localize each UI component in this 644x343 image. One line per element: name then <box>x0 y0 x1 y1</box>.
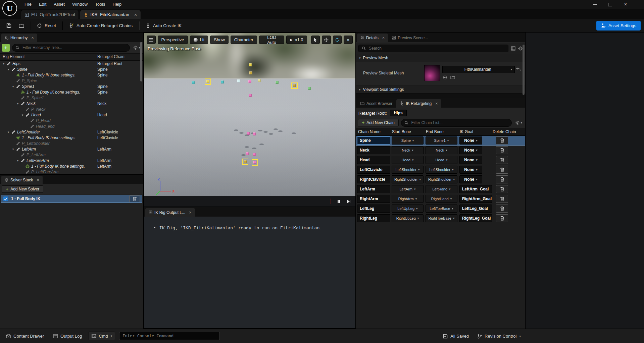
details-search-input[interactable] <box>368 46 505 51</box>
hierarchy-row[interactable]: ▾ Head_end <box>0 123 143 129</box>
end-bone-dropdown[interactable]: LeftShoulder ▾ <box>426 166 457 174</box>
mocap-marker[interactable] <box>253 161 256 164</box>
close-icon[interactable]: × <box>134 12 137 17</box>
expand-arrow-icon[interactable]: ▾ <box>16 102 19 105</box>
hierarchy-row[interactable]: ▾ Hips Retarget Root <box>0 61 143 66</box>
column-delete-chain[interactable]: Delete Chain <box>493 129 516 134</box>
solver-enabled-checkbox[interactable] <box>3 196 8 201</box>
hierarchy-row[interactable]: ▾ 1 - Full Body IK bone settings. LeftAr… <box>0 163 143 169</box>
tab-solver-stack[interactable]: Solver Stack × <box>1 176 43 184</box>
reset-to-default-button[interactable] <box>516 67 521 71</box>
content-drawer-button[interactable]: Content Drawer <box>3 331 47 341</box>
start-bone-dropdown[interactable]: LeftUpLeg ▾ <box>392 205 424 213</box>
mocap-marker[interactable] <box>308 87 311 90</box>
close-icon[interactable]: × <box>623 2 628 7</box>
hierarchy-row[interactable]: ▾ P_LeftShoulder <box>0 140 143 146</box>
pause-button[interactable] <box>337 199 341 204</box>
chain-name-cell[interactable]: Spine <box>357 136 390 145</box>
mocap-marker[interactable] <box>244 160 247 163</box>
end-bone-dropdown[interactable]: Head ▾ <box>426 156 457 164</box>
tab-eu-optitrack2uetool[interactable]: EU_OptiTrack2UETool <box>21 10 79 19</box>
ik-goal-cell[interactable]: None ▾ <box>459 175 482 183</box>
mocap-marker[interactable] <box>206 80 209 83</box>
mocap-marker[interactable] <box>276 81 279 84</box>
delete-chain-button[interactable] <box>496 156 508 164</box>
all-saved-button[interactable]: All Saved <box>440 331 472 341</box>
maximize-icon[interactable] <box>608 2 612 7</box>
dock-splitter[interactable] <box>356 94 525 98</box>
ik-goal-cell[interactable]: LeftLeg_Goal <box>459 205 492 213</box>
ik-goal-cell[interactable]: LeftArm_Goal <box>459 185 492 193</box>
mocap-marker[interactable] <box>246 152 249 155</box>
start-bone-dropdown[interactable]: RightShoulder ▾ <box>392 175 424 183</box>
column-end-bone[interactable]: End Bone <box>426 129 444 134</box>
chain-filter-input[interactable] <box>411 120 509 125</box>
mocap-marker[interactable] <box>249 71 252 74</box>
hierarchy-row[interactable]: ▾ P_Spine <box>0 78 143 83</box>
hierarchy-row[interactable]: ▾ Head Head <box>0 112 143 118</box>
more-tools-button[interactable]: » <box>344 36 353 44</box>
chain-name-cell[interactable]: Head <box>357 156 390 164</box>
mocap-marker[interactable] <box>293 84 296 87</box>
ik-goal-cell[interactable]: None ▾ <box>459 146 482 154</box>
hierarchy-scrollbar[interactable] <box>140 42 142 81</box>
browse-to-asset-button[interactable] <box>450 75 455 79</box>
chain-name-cell[interactable]: Neck <box>357 146 390 154</box>
delete-chain-button[interactable] <box>496 195 508 203</box>
menu-edit[interactable]: Edit <box>35 0 50 9</box>
select-tool-button[interactable] <box>311 36 320 44</box>
tab-ikr-fitrikalimantan[interactable]: IKR_FitriKalimantan × <box>80 10 141 19</box>
start-bone-dropdown[interactable]: LeftShoulder ▾ <box>392 166 424 174</box>
column-ik-goal[interactable]: IK Goal <box>460 129 473 134</box>
minimize-icon[interactable] <box>592 2 597 7</box>
tab-details[interactable]: Details × <box>357 34 388 42</box>
expand-arrow-icon[interactable]: ▾ <box>16 159 19 162</box>
mocap-marker[interactable] <box>237 79 240 82</box>
mocap-marker[interactable] <box>247 132 250 135</box>
ik-goal-cell[interactable]: None ▾ <box>459 156 482 164</box>
delete-chain-button[interactable] <box>496 136 508 145</box>
auto-create-ik-button[interactable]: Auto Create IK <box>142 21 185 31</box>
hierarchy-row[interactable]: ▾ LeftForeArm LeftArm <box>0 158 143 163</box>
end-bone-dropdown[interactable]: RightHand ▾ <box>426 195 457 203</box>
hierarchy-row[interactable]: ▾ P_LeftForeArm <box>0 169 143 175</box>
asset-settings-button[interactable]: Asset Settings <box>596 21 641 31</box>
column-retarget-chain[interactable]: Retarget Chain <box>97 54 125 59</box>
character-button[interactable]: Character <box>231 36 257 44</box>
step-forward-button[interactable] <box>347 199 351 204</box>
tab-ik-rig-output-log[interactable]: IK Rig Output L... × <box>145 208 195 217</box>
end-bone-dropdown[interactable]: LeftToeBase ▾ <box>426 205 457 213</box>
lit-button[interactable]: Lit <box>190 36 208 44</box>
delete-chain-button[interactable] <box>496 214 508 222</box>
lod-auto-button[interactable]: LOD Auto <box>259 36 284 44</box>
hierarchy-row[interactable]: ▾ Neck Neck <box>0 101 143 106</box>
hierarchy-row[interactable]: ▾ P_LeftArm <box>0 152 143 158</box>
unreal-logo-icon[interactable]: U <box>2 1 17 16</box>
start-bone-dropdown[interactable]: RightUpLeg ▾ <box>392 214 424 222</box>
hierarchy-row[interactable]: ▾ LeftArm LeftArm <box>0 146 143 152</box>
display-filter-button[interactable] <box>511 46 515 51</box>
delete-chain-button[interactable] <box>496 185 508 193</box>
column-rig-element[interactable]: Rig Element <box>3 54 24 59</box>
start-bone-dropdown[interactable]: RightArm ▾ <box>392 195 424 203</box>
mesh-thumbnail[interactable] <box>424 65 440 81</box>
menu-file[interactable]: File <box>21 0 35 9</box>
viewport[interactable]: Perspective Lit Show Character LOD Auto … <box>144 33 356 207</box>
column-chain-name[interactable]: Chain Name <box>358 129 381 134</box>
menu-help[interactable]: Help <box>109 0 125 9</box>
expand-arrow-icon[interactable]: ▾ <box>11 85 15 88</box>
close-icon[interactable]: × <box>31 35 34 40</box>
save-button[interactable] <box>3 21 15 31</box>
hierarchy-row[interactable]: ▾ 1 - Full Body IK bone settings. Spine <box>0 89 143 95</box>
chain-name-cell[interactable]: LeftLeg <box>357 205 390 213</box>
record-button[interactable] <box>331 199 331 204</box>
chain-name-cell[interactable]: RightClavicle <box>357 175 390 183</box>
tab-ik-retargeting[interactable]: IK Retargeting × <box>396 99 441 108</box>
cycle-transform-button[interactable] <box>333 36 342 44</box>
cmd-dropdown-button[interactable]: Cmd ▾ <box>89 332 115 340</box>
mocap-marker[interactable] <box>253 132 256 135</box>
close-icon[interactable]: × <box>435 101 438 106</box>
delete-chain-button[interactable] <box>496 175 508 183</box>
solver-row[interactable]: 1 - Full Body IK <box>1 195 142 203</box>
revision-control-button[interactable]: Revision Control ▾ <box>475 331 524 341</box>
